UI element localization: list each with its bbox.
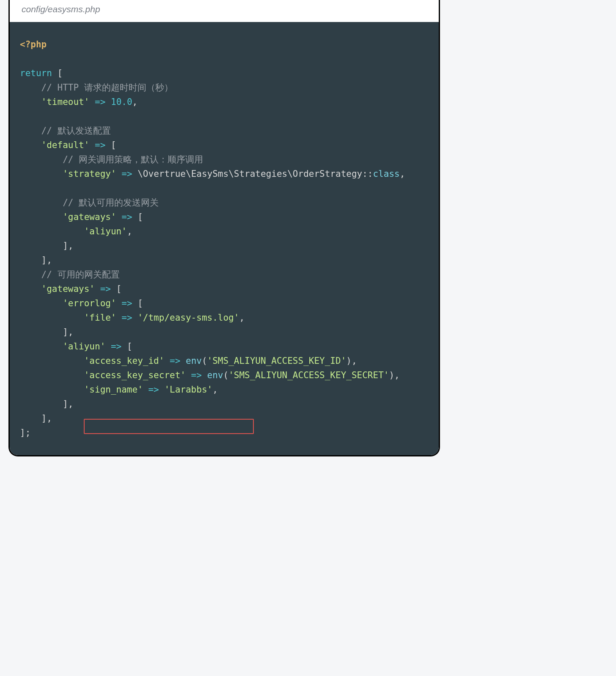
comma: , xyxy=(400,169,405,179)
bracket-open: [ xyxy=(138,298,143,308)
arrow: => xyxy=(121,169,132,179)
key-aliyun: 'aliyun' xyxy=(63,341,105,352)
key-sign-name: 'sign_name' xyxy=(84,385,143,395)
key-default: 'default' xyxy=(41,140,90,150)
paren-close: ) xyxy=(389,370,394,380)
double-colon: :: xyxy=(362,169,373,179)
class-keyword: class xyxy=(373,169,400,179)
arrow: => xyxy=(170,356,180,366)
key-file: 'file' xyxy=(84,313,116,323)
key-gateways2: 'gateways' xyxy=(41,284,95,294)
paren-close: ) xyxy=(346,356,352,366)
comment-gateway-cfg: // 可用的网关配置 xyxy=(41,269,120,280)
bracket-open: [ xyxy=(58,68,63,78)
comma: , xyxy=(132,97,138,107)
arrow: => xyxy=(100,284,111,294)
arrow: => xyxy=(121,212,132,222)
code-block: <?php return [ // HTTP 请求的超时时间（秒） 'timeo… xyxy=(10,22,439,455)
bracket-close: ], xyxy=(41,413,52,423)
env-fn: env xyxy=(207,370,223,380)
val-access-key-secret: 'SMS_ALIYUN_ACCESS_KEY_SECRET' xyxy=(228,370,389,380)
bracket-close: ], xyxy=(63,241,73,251)
arrow: => xyxy=(111,341,121,352)
arrow: => xyxy=(95,97,105,107)
arrow: => xyxy=(121,313,132,323)
bracket-open: [ xyxy=(111,140,116,150)
return-close: ]; xyxy=(20,428,30,438)
val-file: '/tmp/easy-sms.log' xyxy=(138,313,239,323)
code-window: config/easysms.php <?php return [ // HTT… xyxy=(8,0,440,456)
arrow: => xyxy=(191,370,202,380)
val-aliyun: 'aliyun' xyxy=(84,226,127,236)
bracket-close: ], xyxy=(41,255,52,265)
file-path: config/easysms.php xyxy=(10,0,439,22)
bracket-open: [ xyxy=(127,341,132,352)
comment-timeout: // HTTP 请求的超时时间（秒） xyxy=(41,82,173,93)
php-open-tag: <?php xyxy=(20,39,47,49)
val-sign-name: 'Larabbs' xyxy=(164,385,212,395)
comma: , xyxy=(394,370,400,380)
env-fn: env xyxy=(186,356,202,366)
comment-default: // 默认发送配置 xyxy=(41,126,111,136)
arrow: => xyxy=(148,385,159,395)
highlight-sign-name xyxy=(84,419,254,434)
key-timeout: 'timeout' xyxy=(41,97,90,107)
comment-strategy: // 网关调用策略，默认：顺序调用 xyxy=(63,154,203,165)
bracket-open: [ xyxy=(138,212,143,222)
val-access-key-id: 'SMS_ALIYUN_ACCESS_KEY_ID' xyxy=(207,356,346,366)
key-errorlog: 'errorlog' xyxy=(63,298,116,308)
val-timeout: 10.0 xyxy=(111,97,132,107)
paren-open: ( xyxy=(202,356,207,366)
return-keyword: return xyxy=(20,68,52,78)
bracket-close: ], xyxy=(63,327,73,337)
comment-gateways-avail: // 默认可用的发送网关 xyxy=(63,198,159,208)
key-gateways: 'gateways' xyxy=(63,212,116,222)
arrow: => xyxy=(121,298,132,308)
comma: , xyxy=(212,385,218,395)
key-access-key-secret: 'access_key_secret' xyxy=(84,370,186,380)
comma: , xyxy=(127,226,132,236)
bracket-open: [ xyxy=(116,284,122,294)
bracket-close: ], xyxy=(63,399,73,409)
strategy-class-path: \Overtrue\EasySms\Strategies\OrderStrate… xyxy=(138,169,362,179)
key-strategy: 'strategy' xyxy=(63,169,116,179)
arrow: => xyxy=(95,140,105,150)
key-access-key-id: 'access_key_id' xyxy=(84,356,165,366)
paren-open: ( xyxy=(223,370,228,380)
comma: , xyxy=(352,356,357,366)
comma: , xyxy=(239,313,245,323)
